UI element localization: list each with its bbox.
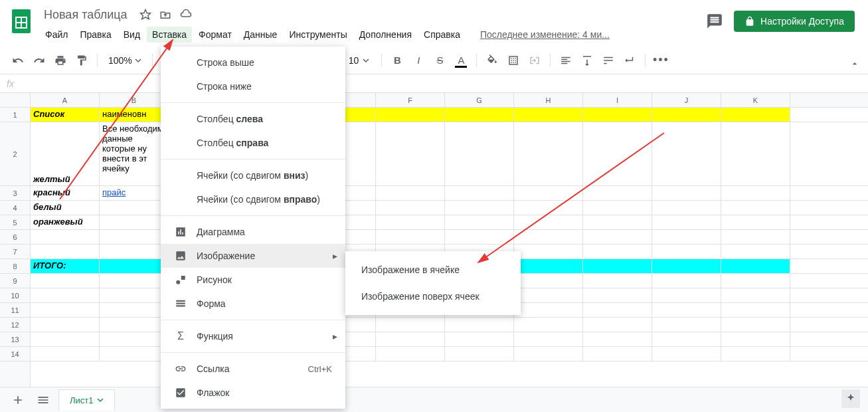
formula-bar[interactable]: fx — [0, 74, 868, 93]
menu-data[interactable]: Данные — [238, 27, 283, 43]
cell[interactable] — [514, 347, 583, 361]
sheet-tab[interactable]: Лист1 — [58, 389, 115, 411]
wrap-button[interactable] — [598, 51, 618, 70]
cell[interactable] — [652, 347, 721, 361]
cell[interactable] — [583, 245, 652, 258]
col-header[interactable]: I — [583, 93, 652, 107]
row-header[interactable]: 4 — [0, 201, 30, 215]
cell[interactable] — [583, 108, 652, 122]
row-header[interactable]: 6 — [0, 230, 30, 245]
cloud-icon[interactable] — [179, 9, 193, 21]
merge-button[interactable] — [525, 51, 545, 70]
cell[interactable] — [514, 318, 583, 332]
cell[interactable] — [376, 332, 445, 346]
cell[interactable] — [31, 318, 100, 332]
row-header[interactable]: 8 — [0, 259, 30, 274]
col-header[interactable]: F — [376, 93, 445, 107]
menu-chart[interactable]: Диаграмма — [161, 220, 345, 244]
cell[interactable] — [445, 318, 514, 332]
cell[interactable] — [31, 230, 100, 244]
col-header[interactable]: G — [445, 93, 514, 107]
italic-button[interactable]: I — [408, 51, 428, 70]
cell[interactable]: прайс — [100, 186, 169, 200]
cell[interactable] — [376, 186, 445, 200]
cell[interactable] — [583, 303, 652, 317]
cell[interactable] — [652, 215, 721, 229]
col-header[interactable]: J — [652, 93, 721, 107]
cell[interactable] — [514, 215, 583, 229]
last-edit-link[interactable]: Последнее изменение: 4 ми... — [480, 29, 610, 40]
cell[interactable] — [376, 215, 445, 229]
cell[interactable] — [721, 318, 790, 332]
cell[interactable] — [31, 347, 100, 361]
cell[interactable] — [376, 108, 445, 122]
cell[interactable] — [445, 215, 514, 229]
more-button[interactable]: ••• — [651, 51, 671, 70]
col-header[interactable]: H — [514, 93, 583, 107]
cell[interactable] — [514, 122, 583, 185]
cell[interactable] — [100, 318, 169, 332]
cell[interactable] — [514, 201, 583, 215]
cell[interactable] — [721, 347, 790, 361]
menu-col-left[interactable]: Столбец слева — [161, 107, 345, 131]
cell[interactable] — [100, 259, 169, 273]
row-header[interactable]: 10 — [0, 288, 30, 303]
explore-button[interactable] — [841, 389, 860, 408]
cell[interactable] — [376, 122, 445, 185]
cell[interactable] — [583, 122, 652, 185]
add-sheet-button[interactable] — [8, 390, 28, 410]
cell[interactable] — [445, 332, 514, 346]
cell[interactable] — [514, 259, 583, 273]
menu-col-right[interactable]: Столбец справа — [161, 131, 345, 155]
menu-form[interactable]: Форма — [161, 292, 345, 316]
cell[interactable] — [652, 245, 721, 258]
cell[interactable] — [100, 215, 169, 229]
cell[interactable] — [445, 122, 514, 185]
cell[interactable] — [721, 201, 790, 215]
cell[interactable] — [376, 230, 445, 244]
cell[interactable] — [583, 274, 652, 288]
cell[interactable] — [514, 230, 583, 244]
cell[interactable] — [100, 274, 169, 288]
cell[interactable]: ИТОГО: — [31, 259, 100, 273]
row-header[interactable]: 7 — [0, 245, 30, 259]
menu-file[interactable]: Файл — [40, 27, 73, 43]
menu-drawing[interactable]: Рисунок — [161, 268, 345, 292]
cell[interactable] — [721, 230, 790, 244]
cell[interactable] — [583, 288, 652, 302]
row-header[interactable]: 5 — [0, 215, 30, 230]
cell[interactable] — [652, 122, 721, 185]
cell[interactable] — [721, 215, 790, 229]
cell[interactable] — [100, 245, 169, 258]
cell[interactable] — [376, 347, 445, 361]
cell[interactable] — [652, 274, 721, 288]
cell[interactable] — [514, 332, 583, 346]
menu-function[interactable]: ΣФункция▸ — [161, 324, 345, 348]
cell[interactable] — [721, 332, 790, 346]
cell[interactable] — [583, 201, 652, 215]
cell[interactable] — [583, 347, 652, 361]
row-header[interactable]: 2 — [0, 122, 30, 186]
bold-button[interactable]: B — [387, 51, 407, 70]
cell[interactable] — [514, 108, 583, 122]
row-header[interactable]: 3 — [0, 186, 30, 201]
cell[interactable] — [376, 201, 445, 215]
cell[interactable] — [514, 288, 583, 302]
menu-help[interactable]: Справка — [418, 27, 466, 43]
cell[interactable] — [652, 186, 721, 200]
menu-row-below[interactable]: Строка ниже — [161, 74, 345, 98]
cell[interactable] — [652, 108, 721, 122]
row-header[interactable]: 11 — [0, 303, 30, 318]
cell[interactable] — [100, 201, 169, 215]
cell[interactable]: оранжевый — [31, 215, 100, 229]
print-button[interactable] — [50, 51, 70, 70]
fontsize-select[interactable]: 10 — [342, 52, 377, 68]
cell[interactable] — [445, 347, 514, 361]
cell[interactable] — [31, 303, 100, 317]
cell[interactable] — [583, 186, 652, 200]
cell[interactable] — [721, 122, 790, 185]
cell[interactable] — [583, 332, 652, 346]
select-all-corner[interactable] — [0, 93, 31, 107]
cell[interactable] — [652, 332, 721, 346]
cell[interactable] — [376, 318, 445, 332]
